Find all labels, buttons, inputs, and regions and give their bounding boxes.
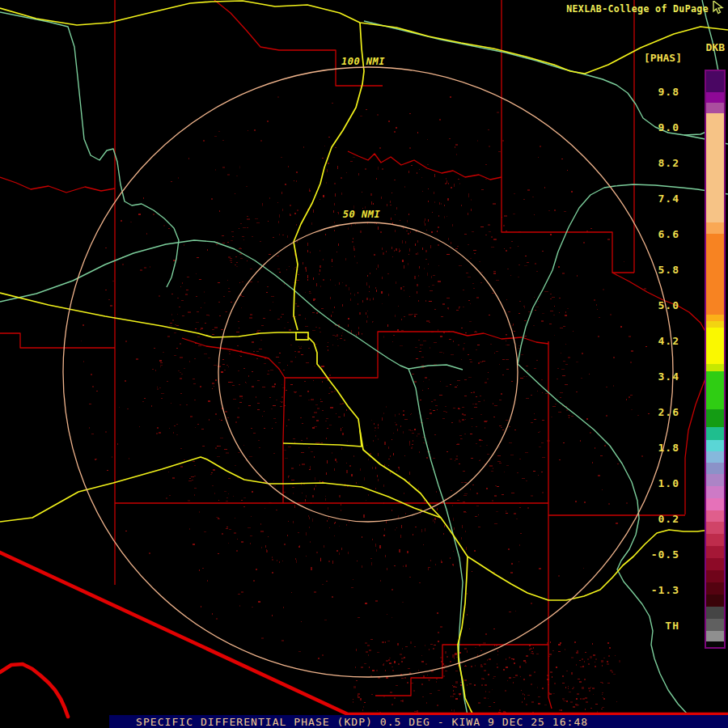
colorbar-segment	[706, 71, 724, 92]
colorbar-segment	[706, 534, 724, 546]
colorbar-segment	[706, 234, 724, 315]
interchange-box	[296, 332, 308, 340]
colorbar-segment	[706, 409, 724, 427]
colorbar-unit-label: DKB	[706, 41, 725, 53]
colorbar-segment	[706, 498, 724, 510]
product-caption: SPECIFIC DIFFERENTIAL PHASE (KDP) 0.5 DE…	[136, 716, 588, 728]
colorbar-segment	[706, 92, 724, 103]
outer-range-ring-label: 100 NMI	[341, 56, 385, 67]
colorbar-segment	[706, 582, 724, 595]
colorbar-segment	[706, 222, 724, 234]
colorbar-segment	[706, 474, 724, 486]
colorbar-segment	[706, 463, 724, 474]
radar-viewer: 100 NMI50 NMI NEXLAB-College of DuPage D…	[0, 0, 728, 728]
mouse-cursor-icon	[711, 1, 726, 15]
secondary-highways	[0, 0, 728, 715]
colorbar	[705, 70, 726, 649]
colorbar-segment	[706, 364, 724, 371]
brand-text: NEXLAB-College of DuPage	[566, 3, 709, 15]
interstate-highways	[0, 1, 728, 715]
colorbar-segment	[706, 619, 724, 631]
colorbar-segment	[706, 321, 724, 328]
colorbar-segment	[706, 427, 724, 440]
colorbar-segment	[706, 595, 724, 607]
colorbar-segment	[706, 440, 724, 451]
colorbar-segment	[706, 570, 724, 582]
inner-range-ring-label: 50 NMI	[343, 209, 381, 220]
colorbar-segment	[706, 510, 724, 522]
colorbar-segment	[706, 641, 724, 647]
radar-map[interactable]: 100 NMI50 NMI	[0, 0, 728, 728]
colorbar-segment	[706, 631, 724, 641]
colorbar-segment	[706, 328, 724, 364]
colorbar-segment	[706, 103, 724, 113]
colorbar-segment	[706, 451, 724, 463]
colorbar-segment	[706, 315, 724, 321]
colorbar-segment	[706, 371, 724, 409]
colorbar-segment	[706, 607, 724, 619]
colorbar-phase-label: [PHAS]	[644, 52, 682, 64]
international-border	[0, 552, 728, 717]
colorbar-segment	[706, 113, 724, 222]
colorbar-segment	[706, 558, 724, 570]
range-rings: 100 NMI50 NMI	[63, 56, 673, 677]
colorbar-segment	[706, 546, 724, 558]
status-bar: SPECIFIC DIFFERENTIAL PHASE (KDP) 0.5 DE…	[109, 715, 728, 728]
colorbar-segment	[706, 486, 724, 498]
colorbar-segment	[706, 522, 724, 534]
